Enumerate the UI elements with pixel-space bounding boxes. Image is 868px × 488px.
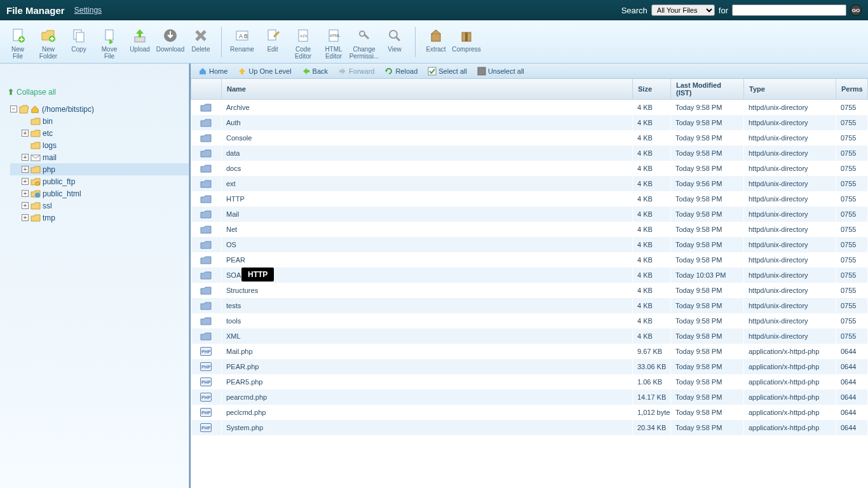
svg-text:</>: </> <box>300 33 308 39</box>
svg-rect-20 <box>465 32 468 41</box>
svg-rect-5 <box>105 30 113 40</box>
rename-icon: A B <box>233 27 251 44</box>
search-label: Search <box>621 6 648 15</box>
copy-icon <box>70 27 88 44</box>
settings-link[interactable]: Settings <box>74 6 102 15</box>
search-input[interactable] <box>732 4 846 16</box>
view-button[interactable]: View <box>379 23 410 61</box>
svg-text:A B: A B <box>239 33 248 39</box>
extract-icon <box>427 27 445 44</box>
compress-icon <box>458 27 475 44</box>
move-file-button[interactable]: MoveFile <box>94 23 125 61</box>
app-header: File Manager Settings Search All Your Fi… <box>0 0 868 20</box>
upload-button[interactable]: Upload <box>125 23 155 61</box>
view-icon <box>386 27 403 44</box>
svg-text:HTML: HTML <box>330 34 341 37</box>
compress-button[interactable]: Compress <box>451 23 482 61</box>
extract-button[interactable]: Extract <box>421 23 451 61</box>
svg-rect-6 <box>135 37 145 42</box>
search-scope-select[interactable]: All Your Files <box>651 4 715 16</box>
download-button[interactable]: Download <box>155 23 186 61</box>
svg-rect-18 <box>431 34 440 41</box>
toolbar: NewFileNewFolderCopyMoveFileUploadDownlo… <box>0 20 868 64</box>
change-permissions-icon <box>355 27 373 44</box>
svg-rect-16 <box>363 33 369 39</box>
delete-button[interactable]: Delete <box>186 23 216 61</box>
edit-button[interactable]: Edit <box>257 23 288 61</box>
new-file-button[interactable]: NewFile <box>3 23 33 61</box>
search-go-button[interactable]: GO <box>850 4 862 16</box>
rename-button[interactable]: A BRename <box>227 23 257 61</box>
upload-icon <box>131 27 149 44</box>
svg-rect-4 <box>76 32 84 42</box>
html-editor-icon: HTML <box>325 27 342 44</box>
edit-icon <box>264 27 281 44</box>
new-folder-button[interactable]: NewFolder <box>33 23 64 61</box>
delete-icon <box>192 27 210 44</box>
code-editor-button[interactable]: </>CodeEditor <box>288 23 318 61</box>
app-title: File Manager <box>6 5 65 16</box>
html-editor-button[interactable]: HTMLHTMLEditor <box>318 23 349 61</box>
move-file-icon <box>100 27 118 44</box>
for-label: for <box>719 6 728 15</box>
svg-point-15 <box>360 31 365 36</box>
new-folder-icon <box>39 27 57 44</box>
new-file-icon <box>9 27 27 44</box>
code-editor-icon: </> <box>294 27 312 44</box>
change-permissions-button[interactable]: ChangePermissi... <box>349 23 379 61</box>
download-icon <box>161 27 179 44</box>
copy-button[interactable]: Copy <box>64 23 94 61</box>
